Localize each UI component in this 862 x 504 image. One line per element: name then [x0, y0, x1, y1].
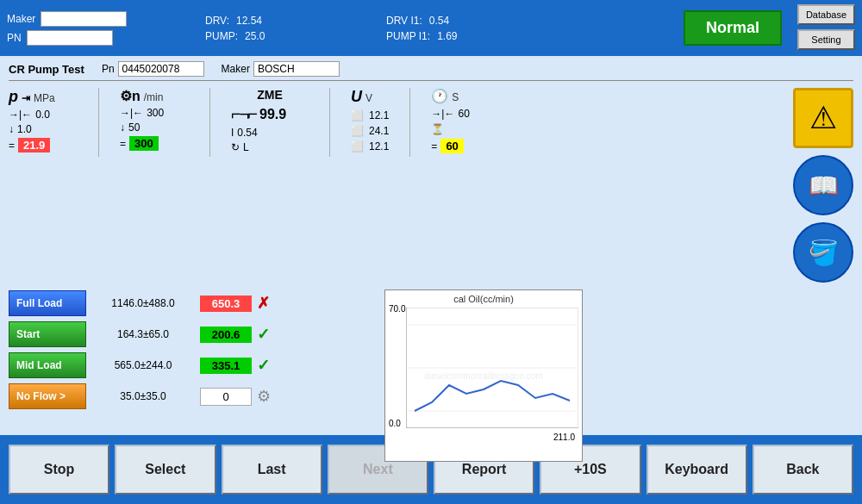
pump-value: 25.0 — [245, 30, 265, 42]
time-current: 60 — [440, 139, 463, 153]
maker-field-label: Maker — [222, 63, 250, 75]
full-load-range: 1146.0±488.0 — [91, 297, 195, 309]
start-button[interactable]: Start — [9, 321, 86, 347]
pressure-down-icon: ↓ — [9, 123, 14, 135]
top-right-info: DRV I1: 0.54 PUMP I1: 1.69 — [386, 15, 524, 42]
speed-current: 300 — [129, 136, 159, 151]
speed-unit: /min — [144, 91, 164, 103]
speed-arrow-icon: →|← — [120, 107, 143, 119]
volt-icon-1: ⬜ — [351, 109, 364, 121]
speed-block: ⚙n /min →|← 300 ↓ 50 = 300 — [120, 88, 189, 151]
warning-icon: ⚠ — [793, 88, 853, 148]
pressure-arrow-down: 1.0 — [17, 123, 32, 135]
clock-icon: 🕐 — [431, 88, 448, 104]
start-range: 164.3±65.0 — [91, 328, 195, 340]
header-line: CR Pump Test Pn Maker — [9, 61, 853, 81]
pn-label: PN — [7, 32, 22, 44]
zme-cycle-label: L — [243, 141, 249, 153]
no-flow-range: 35.0±35.0 — [91, 390, 195, 402]
table-row: Start 164.3±65.0 200.6 ✓ — [9, 320, 371, 348]
table-row: No Flow > 35.0±35.0 0 ⚙ — [9, 383, 371, 410]
maker-field: Maker — [222, 61, 340, 77]
volt-v2: 24.1 — [369, 125, 389, 137]
chart-title: cal Oil(cc/min) — [389, 294, 578, 304]
pressure-symbol: p — [9, 88, 18, 106]
drv-label: DRV: — [205, 15, 229, 27]
no-flow-result: 0 — [200, 388, 252, 406]
table-row: Full Load 1146.0±488.0 650.3 ✗ — [9, 289, 371, 317]
pn-field-input[interactable] — [118, 61, 204, 77]
volt-icon-3: ⬜ — [351, 140, 364, 152]
start-status: ✓ — [257, 325, 270, 344]
setting-button[interactable]: Setting — [797, 29, 855, 50]
zme-cycle-icon: ↻ — [231, 141, 240, 153]
volt-v1: 12.1 — [369, 109, 389, 121]
drv-i-value: 0.54 — [429, 15, 449, 27]
full-load-status: ✗ — [257, 294, 270, 313]
voltage-unit: V — [365, 92, 372, 104]
chart-svg — [406, 308, 578, 428]
zme-i-value: 0.54 — [237, 127, 257, 139]
no-flow-button[interactable]: No Flow > — [9, 383, 86, 409]
pressure-arrow-in: 0.0 — [35, 109, 50, 121]
zme-block: ZME ⌐¬⌐ 99.9 I 0.54 ↻ L — [231, 88, 309, 153]
pressure-eq-icon: = — [9, 140, 15, 152]
maker-field-input[interactable] — [253, 61, 340, 77]
volt-v3: 12.1 — [369, 140, 389, 152]
pressure-unit: MPa — [34, 92, 55, 104]
table-row: Mid Load 565.0±244.0 335.1 ✓ — [9, 352, 371, 379]
voltage-symbol: U — [351, 88, 362, 106]
speed-down-icon: ↓ — [120, 121, 125, 134]
mid-load-range: 565.0±244.0 — [91, 359, 195, 371]
chart-y-bot: 0.0 — [389, 419, 401, 428]
pump-i-value: 1.69 — [437, 30, 457, 42]
test-table: Full Load 1146.0±488.0 650.3 ✗ Start 164… — [9, 289, 371, 462]
pressure-block: p ⇥ MPa →|← 0.0 ↓ 1.0 = 21.9 — [9, 88, 78, 152]
speed-arrow-in: 300 — [147, 107, 164, 119]
full-load-button[interactable]: Full Load — [9, 290, 86, 316]
zme-title: ZME — [231, 88, 309, 102]
drv-value: 12.54 — [236, 15, 262, 27]
pump-i-label: PUMP I1: — [386, 30, 430, 42]
maker-input[interactable] — [41, 11, 127, 27]
page-title: CR Pump Test — [9, 63, 84, 76]
top-middle-info: DRV: 12.54 PUMP: 25.0 — [205, 15, 378, 42]
pump-label: PUMP: — [205, 30, 238, 42]
chart-y-top: 70.0 — [389, 304, 405, 314]
mid-load-button[interactable]: Mid Load — [9, 352, 86, 378]
database-button[interactable]: Database — [797, 4, 855, 25]
top-left-info: Maker PN — [7, 11, 197, 46]
zme-i-label: I — [231, 127, 234, 139]
drv-i-label: DRV I1: — [386, 15, 422, 27]
time-eq-icon: = — [431, 140, 437, 152]
safety-icon: 🪣 — [793, 222, 853, 283]
full-load-result: 650.3 — [200, 296, 252, 312]
time-unit: S — [452, 91, 459, 103]
start-result: 200.6 — [200, 327, 252, 343]
speed-eq-icon: = — [120, 138, 126, 150]
no-flow-status: ⚙ — [257, 387, 271, 406]
pressure-arrow-icon: →|← — [9, 109, 32, 121]
pn-field-label: Pn — [102, 63, 115, 75]
volt-icon-2: ⬜ — [351, 125, 364, 137]
main-content: CR Pump Test Pn Maker p ⇥ MPa →|← 0.0 ↓ … — [0, 56, 862, 435]
speed-symbol: ⚙n — [120, 88, 141, 104]
chart-area: cal Oil(cc/min) 70.0 0.0 211.0 — [384, 289, 583, 462]
zme-percent: 99.9 — [259, 107, 286, 122]
measurements-row: p ⇥ MPa →|← 0.0 ↓ 1.0 = 21.9 ⚙n /min — [9, 88, 853, 283]
voltage-block: U V ⬜ 12.1 ⬜ 24.1 ⬜ 12.1 — [351, 88, 389, 152]
hourglass-icon: ⏳ — [431, 123, 444, 135]
top-bar: Maker PN DRV: 12.54 PUMP: 25.0 DRV I1: 0… — [0, 0, 862, 56]
maker-label: Maker — [7, 13, 35, 25]
status-badge: Normal — [684, 10, 782, 46]
pn-field: Pn — [102, 61, 204, 77]
pn-input[interactable] — [27, 30, 113, 46]
zme-wave-icon: ⌐¬⌐ — [231, 104, 256, 124]
chart-x-val: 211.0 — [553, 432, 575, 442]
mid-load-result: 335.1 — [200, 358, 252, 374]
pressure-current: 21.9 — [18, 138, 50, 152]
speed-arrow-down: 50 — [128, 121, 140, 134]
time-block: 🕐 S →|← 60 ⏳ = 60 — [431, 88, 469, 153]
table-chart-section: Full Load 1146.0±488.0 650.3 ✗ Start 164… — [9, 289, 853, 462]
mid-load-status: ✓ — [257, 356, 270, 375]
